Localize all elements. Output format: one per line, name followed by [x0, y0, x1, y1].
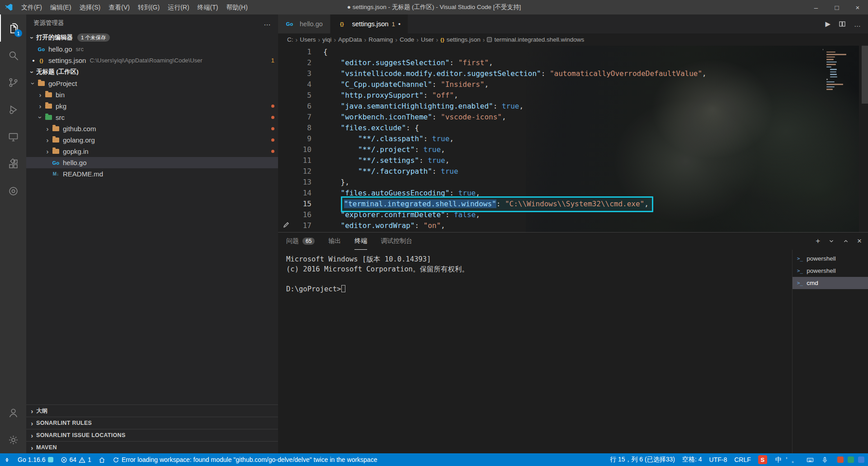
- home-button[interactable]: [95, 453, 109, 466]
- sidebar-section[interactable]: ›MAVEN: [26, 441, 278, 453]
- breadcrumb-item[interactable]: {}settings.json: [439, 36, 481, 43]
- breadcrumb-label: Code: [400, 36, 414, 43]
- menu-item[interactable]: 文件(F): [17, 0, 46, 14]
- cursor-position-status[interactable]: 行 15，列 6 (已选择33): [606, 453, 679, 466]
- workspace-error-status[interactable]: Error loading workspace: found module "g…: [109, 453, 381, 466]
- open-editor-item[interactable]: ●{}settings.jsonC:\Users\yiqi\AppData\Ro…: [26, 55, 278, 66]
- code-editor[interactable]: 1234567891011121314151617 { "editor.sugg…: [278, 46, 868, 232]
- line-number: 15: [278, 199, 311, 209]
- panel-tab[interactable]: 终端: [354, 233, 367, 250]
- menu-item[interactable]: 选择(S): [75, 0, 105, 14]
- modified-dot: ●: [30, 58, 37, 63]
- run-button[interactable]: ▶: [825, 20, 830, 28]
- terminal-list-item[interactable]: >_cmd: [793, 277, 868, 289]
- tree-item[interactable]: ›src: [26, 112, 278, 123]
- edit-pencil-icon[interactable]: [283, 221, 290, 232]
- panel-tab[interactable]: 调试控制台: [381, 233, 412, 250]
- open-editor-item[interactable]: Gohello.gosrc: [26, 43, 278, 55]
- panel-tab[interactable]: 问题65: [286, 233, 315, 250]
- menu-item[interactable]: 运行(R): [164, 0, 193, 14]
- code-content[interactable]: { "editor.suggestSelection": "first", "v…: [311, 46, 868, 232]
- activitybar-settings[interactable]: [0, 426, 26, 453]
- ime-glyph[interactable]: 中: [774, 456, 783, 464]
- ime-toolbar[interactable]: 中’。: [771, 453, 802, 466]
- editor-tab[interactable]: Gohello.go: [278, 14, 330, 33]
- menu-item[interactable]: 编辑(E): [46, 0, 75, 14]
- tree-item[interactable]: ›goProject: [26, 78, 278, 89]
- maximize-panel-icon[interactable]: [843, 238, 849, 244]
- breadcrumb-item[interactable]: Roaming: [368, 36, 394, 43]
- workspace-header[interactable]: › 无标题 (工作区): [26, 66, 278, 78]
- minimize-button[interactable]: –: [806, 0, 826, 14]
- minimap[interactable]: [823, 48, 861, 91]
- breadcrumb-item[interactable]: C:: [286, 36, 294, 43]
- activitybar-remote-explorer[interactable]: [0, 123, 26, 150]
- mic-button[interactable]: [818, 453, 832, 466]
- more-actions-icon[interactable]: …: [854, 20, 861, 28]
- sogou-input-icon[interactable]: S: [755, 453, 771, 466]
- tree-item[interactable]: ›pkg: [26, 100, 278, 112]
- activitybar-extensions[interactable]: [0, 150, 26, 177]
- tray-icons[interactable]: [832, 453, 868, 466]
- ime-glyph[interactable]: ’: [785, 456, 788, 463]
- activitybar-extra-extension[interactable]: [0, 177, 26, 204]
- chevron-right-icon: ›: [43, 125, 52, 133]
- tree-item[interactable]: ›gopkg.in: [26, 146, 278, 157]
- activitybar-account[interactable]: [0, 399, 26, 426]
- tray-icon[interactable]: [848, 456, 854, 463]
- remote-indicator[interactable]: [0, 453, 14, 466]
- code-token: ,: [484, 80, 489, 89]
- tree-item[interactable]: ›github.com: [26, 123, 278, 134]
- terminal-dropdown-icon[interactable]: [828, 238, 835, 244]
- editor-scrollbar[interactable]: [862, 46, 868, 232]
- breadcrumb-item[interactable]: Code: [399, 36, 415, 43]
- code-token: ,: [441, 221, 445, 230]
- new-terminal-icon[interactable]: +: [816, 237, 820, 246]
- tab-label: hello.go: [300, 20, 323, 28]
- scrollbar-thumb[interactable]: [862, 46, 868, 104]
- menu-item[interactable]: 转到(G): [134, 0, 164, 14]
- terminal-output[interactable]: Microsoft Windows [版本 10.0.14393](c) 201…: [278, 250, 792, 453]
- more-actions-icon[interactable]: …: [264, 19, 271, 27]
- tree-item[interactable]: ›bin: [26, 89, 278, 100]
- breadcrumb-item[interactable]: terminal.integrated.shell.windows: [486, 36, 585, 43]
- problems-status[interactable]: 64 1: [57, 453, 95, 466]
- ime-glyph[interactable]: 。: [791, 456, 799, 464]
- close-button[interactable]: ×: [847, 0, 868, 14]
- menu-item[interactable]: 帮助(H): [222, 0, 251, 14]
- sidebar-section[interactable]: ›SONARLINT RULES: [26, 417, 278, 429]
- open-editors-header[interactable]: › 打开的编辑器 1 个未保存: [26, 32, 278, 43]
- menu-item[interactable]: 终端(T): [193, 0, 222, 14]
- maximize-button[interactable]: □: [826, 0, 847, 14]
- terminal-list-item[interactable]: >_powershell: [793, 252, 868, 265]
- tree-item[interactable]: Gohello.go: [26, 157, 278, 168]
- encoding-status[interactable]: UTF-8: [706, 453, 731, 466]
- code-token: "on": [424, 221, 441, 230]
- tree-item[interactable]: ›golang.org: [26, 134, 278, 146]
- activitybar-search[interactable]: [0, 42, 26, 69]
- editor-tab[interactable]: {}settings.json1●: [330, 14, 408, 33]
- tray-icon[interactable]: [837, 456, 844, 463]
- breadcrumb-item[interactable]: User: [420, 36, 435, 43]
- close-panel-icon[interactable]: ×: [857, 237, 862, 246]
- breadcrumb-item[interactable]: AppData: [337, 36, 363, 43]
- sidebar-section[interactable]: ›SONARLINT ISSUE LOCATIONS: [26, 429, 278, 441]
- panel-tab[interactable]: 输出: [328, 233, 341, 250]
- split-editor-icon[interactable]: [839, 20, 846, 28]
- activitybar-explorer[interactable]: 1: [0, 14, 26, 42]
- keyboard-button[interactable]: [802, 453, 818, 466]
- indentation-status[interactable]: 空格: 4: [679, 453, 706, 466]
- code-token: : {: [406, 124, 419, 132]
- sidebar-section[interactable]: ›大纲: [26, 404, 278, 417]
- go-version-status[interactable]: Go 1.16.6: [14, 453, 57, 466]
- tree-item[interactable]: M↓README.md: [26, 168, 278, 180]
- activitybar-run-debug[interactable]: [0, 96, 26, 123]
- breadcrumb-item[interactable]: Users: [299, 36, 316, 43]
- activitybar-source-control[interactable]: [0, 69, 26, 96]
- tray-icon[interactable]: [858, 456, 864, 463]
- terminal-list-item[interactable]: >_powershell: [793, 265, 868, 277]
- minimap-line: [826, 54, 846, 55]
- breadcrumb-item[interactable]: yiqi: [321, 36, 332, 43]
- menu-item[interactable]: 查看(V): [104, 0, 134, 14]
- eol-status[interactable]: CRLF: [731, 453, 755, 466]
